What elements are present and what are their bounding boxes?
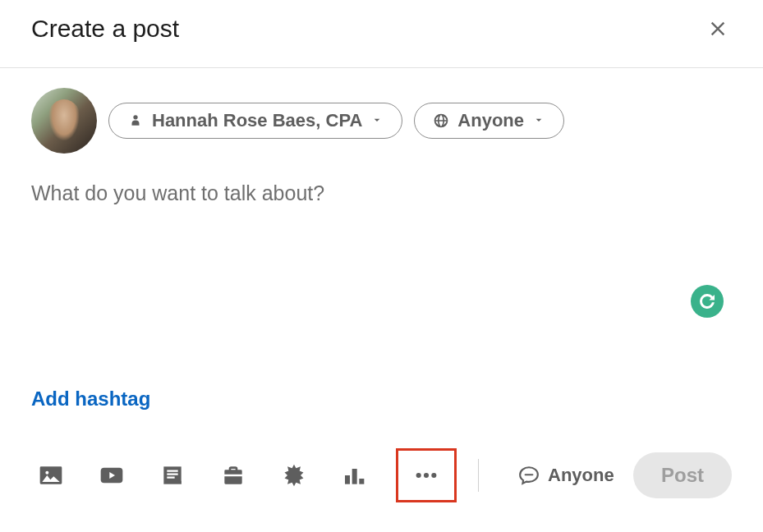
add-video-button[interactable] xyxy=(92,456,131,495)
add-photo-button[interactable] xyxy=(31,456,71,495)
briefcase-icon xyxy=(220,462,246,488)
comment-control-button[interactable]: Anyone xyxy=(518,465,614,486)
close-button[interactable] xyxy=(704,15,732,43)
grammarly-badge[interactable] xyxy=(691,285,724,318)
caret-down-icon xyxy=(370,112,384,130)
svg-rect-3 xyxy=(352,469,357,484)
post-submit-button[interactable]: Post xyxy=(633,452,732,498)
svg-rect-2 xyxy=(345,475,350,484)
svg-rect-4 xyxy=(359,479,364,484)
svg-point-0 xyxy=(133,115,137,119)
post-as-selector[interactable]: Hannah Rose Baes, CPA xyxy=(108,103,402,139)
create-post-modal: Create a post Hannah Rose Baes, CPA A xyxy=(0,0,763,532)
avatar xyxy=(31,88,97,154)
more-options-button[interactable] xyxy=(407,456,446,495)
person-icon xyxy=(127,112,144,129)
close-icon xyxy=(706,17,729,40)
comment-control-label: Anyone xyxy=(548,465,614,486)
post-composer[interactable]: What do you want to talk about? xyxy=(31,181,732,305)
modal-footer: Anyone Post xyxy=(0,438,763,532)
video-icon xyxy=(99,462,125,488)
caret-down-icon xyxy=(532,112,545,130)
modal-body: Hannah Rose Baes, CPA Anyone What do you… xyxy=(0,68,763,438)
more-highlight-box xyxy=(396,448,457,502)
comment-icon xyxy=(518,465,540,486)
modal-title: Create a post xyxy=(31,15,179,43)
visibility-selector[interactable]: Anyone xyxy=(414,103,564,139)
modal-header: Create a post xyxy=(0,0,763,68)
post-as-label: Hannah Rose Baes, CPA xyxy=(152,112,362,130)
svg-point-6 xyxy=(424,473,429,478)
svg-point-5 xyxy=(416,473,421,478)
globe-icon xyxy=(433,112,449,129)
add-hashtag-button[interactable]: Add hashtag xyxy=(31,388,150,410)
visibility-label: Anyone xyxy=(457,112,524,130)
more-icon xyxy=(413,462,439,488)
add-document-button[interactable] xyxy=(153,456,192,495)
poll-icon xyxy=(342,462,368,488)
hashtag-row: Add hashtag xyxy=(31,388,732,410)
grammarly-icon xyxy=(697,291,717,311)
author-row: Hannah Rose Baes, CPA Anyone xyxy=(31,88,732,154)
document-icon xyxy=(159,462,186,488)
create-poll-button[interactable] xyxy=(335,456,375,495)
svg-point-7 xyxy=(431,473,436,478)
starburst-icon xyxy=(281,462,307,488)
add-job-button[interactable] xyxy=(214,456,253,495)
photo-icon xyxy=(38,462,64,488)
celebrate-button[interactable] xyxy=(274,456,314,495)
divider xyxy=(478,459,479,492)
